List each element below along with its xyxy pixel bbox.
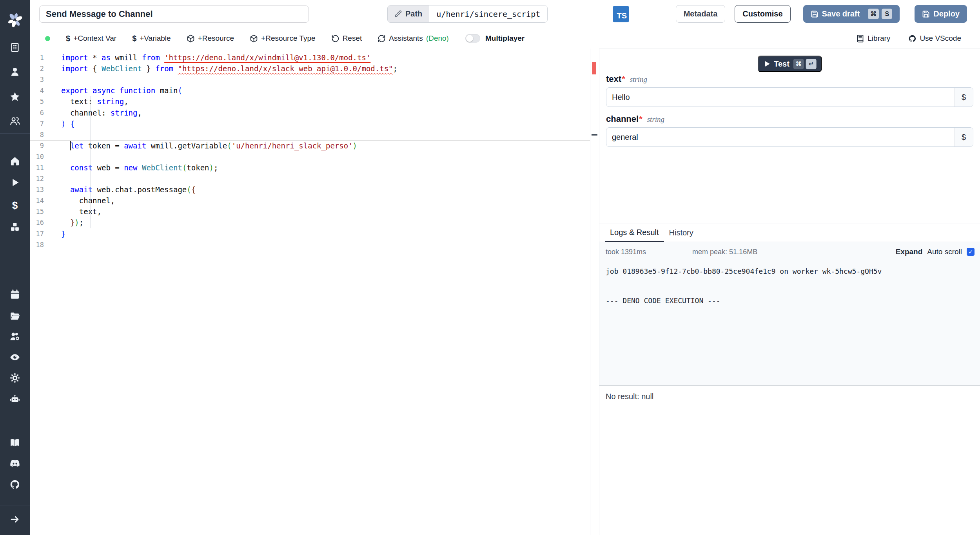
sidebar-item-book-icon[interactable] [10, 437, 20, 448]
editor-line[interactable]: 14 channel, [30, 195, 590, 206]
editor-line[interactable]: 3 [30, 74, 590, 85]
expand-button[interactable]: Expand [896, 248, 923, 256]
run-stats: took 1391ms mem peak: 51.16MB Expand Aut… [599, 242, 980, 256]
add-context-var-button[interactable]: $ +Context Var [66, 34, 116, 43]
result-divider[interactable] [599, 385, 980, 386]
sidebar-item-calendar-icon[interactable] [10, 289, 20, 300]
add-resource-button[interactable]: +Resource [187, 34, 234, 43]
reset-button[interactable]: Reset [331, 34, 362, 43]
library-label: Library [867, 34, 890, 43]
logs-section: Logs & ResultHistory took 1391ms mem pea… [599, 224, 980, 535]
sidebar-item-gear-icon[interactable] [10, 373, 20, 383]
sidebar-item-boxes-icon[interactable] [10, 222, 20, 232]
windmill-script-editor: $ Path u/henri/sincere_script TS Metadat… [0, 0, 980, 535]
line-number: 13 [30, 186, 44, 193]
code-line-text: await web.chat.postMessage({ [44, 185, 196, 194]
save-draft-label: Save draft [822, 9, 860, 18]
line-number: 3 [30, 76, 44, 83]
sidebar-item-users-cog-icon[interactable] [10, 331, 20, 342]
line-number: 7 [30, 120, 44, 128]
script-title-input[interactable] [39, 5, 309, 23]
package-icon [250, 34, 258, 43]
add-resource-type-button[interactable]: +Resource Type [250, 34, 316, 43]
use-vscode-button[interactable]: Use VScode [908, 34, 961, 43]
insert-variable-button[interactable]: $ [954, 128, 973, 146]
sidebar-item-building-icon[interactable] [10, 42, 20, 53]
sidebar-item-arrow-right-icon[interactable] [10, 514, 20, 525]
autoscroll-label: Auto scroll [927, 248, 962, 256]
metadata-button[interactable]: Metadata [676, 5, 726, 23]
test-button[interactable]: Test ⌘↵ [757, 56, 822, 72]
line-number: 8 [30, 131, 44, 139]
field-type: string [647, 115, 664, 124]
code-line-text: }); [44, 218, 83, 227]
editor-line[interactable]: 12 [30, 173, 590, 184]
editor-line[interactable]: 6 channel: string, [30, 107, 590, 118]
editor-line[interactable]: 11 const web = new WebClient(token); [30, 162, 590, 173]
add-context-var-label: +Context Var [73, 34, 116, 43]
path-value[interactable]: u/henri/sincere_script [429, 5, 547, 22]
editor-line[interactable]: 18 [30, 239, 590, 250]
sidebar-item-home-icon[interactable] [10, 156, 20, 166]
editor-line[interactable]: 4export async function main( [30, 85, 590, 96]
editor-line[interactable]: 5 text: string, [30, 96, 590, 107]
sidebar-item-users-icon[interactable] [10, 116, 20, 127]
sidebar-item-robot-icon[interactable] [10, 394, 20, 405]
insert-variable-button[interactable]: $ [954, 88, 973, 107]
line-number: 16 [30, 219, 44, 226]
customise-button[interactable]: Customise [735, 5, 790, 23]
windmill-logo-icon[interactable] [6, 11, 24, 29]
overview-ruler[interactable] [590, 49, 599, 535]
code-line-text: import * as wmill from 'https://deno.lan… [44, 53, 370, 62]
editor-line[interactable]: 15 text, [30, 206, 590, 217]
code-line-text: } [44, 230, 65, 238]
sidebar-item-play-icon[interactable] [10, 177, 20, 188]
mem-peak: mem peak: 51.16MB [692, 248, 757, 256]
reset-label: Reset [343, 34, 362, 43]
tab-logs-result[interactable]: Logs & Result [605, 224, 664, 242]
tab-history[interactable]: History [664, 224, 699, 242]
editor-line[interactable]: 10 [30, 151, 590, 162]
editor-line[interactable]: 9 let token = await wmill.getVariable('u… [30, 140, 590, 151]
package-icon [187, 34, 195, 43]
path-group: Path u/henri/sincere_script [387, 5, 548, 23]
sidebar-item-user-icon[interactable] [10, 67, 20, 77]
code-editor[interactable]: 1import * as wmill from 'https://deno.la… [30, 49, 590, 535]
log-text: job 018963e5-9f12-7cb0-bb80-25ce904fe1c9… [606, 266, 980, 305]
library-button[interactable]: Library [856, 34, 890, 43]
shortcut-key: ↵ [806, 59, 817, 69]
github-icon [908, 34, 916, 43]
editor-line[interactable]: 2import { WebClient } from "https://deno… [30, 63, 590, 74]
line-number: 14 [30, 197, 44, 204]
path-edit-button[interactable]: Path [388, 5, 429, 22]
topbar-actions: Metadata Customise Save draft ⌘S Deploy [676, 5, 967, 23]
field-label-channel: channel*string [606, 114, 664, 124]
sidebar-item-star-icon[interactable] [10, 92, 20, 102]
assistants-button[interactable]: Assistants (Deno) [377, 34, 449, 43]
multiplayer-toggle[interactable] [465, 34, 480, 43]
field-type: string [630, 75, 647, 84]
add-variable-button[interactable]: $ +Variable [132, 34, 171, 43]
sidebar-item-github-icon[interactable] [10, 479, 20, 490]
editor-line[interactable]: 13 await web.chat.postMessage({ [30, 184, 590, 195]
pencil-icon [394, 10, 402, 18]
save-draft-button[interactable]: Save draft ⌘S [803, 5, 900, 23]
sidebar-item-folder-icon[interactable] [10, 311, 20, 322]
editor-line[interactable]: 7) { [30, 118, 590, 129]
editor-line[interactable]: 8 [30, 129, 590, 140]
required-asterisk: * [622, 74, 625, 84]
sidebar-item-eye-icon[interactable] [10, 352, 20, 363]
sidebar-item-discord-icon[interactable] [10, 458, 20, 469]
editor-line[interactable]: 17} [30, 228, 590, 239]
channel-input[interactable] [606, 128, 954, 146]
editor-line[interactable]: 1import * as wmill from 'https://deno.la… [30, 52, 590, 63]
editor-line[interactable]: 16 }); [30, 217, 590, 228]
logs-tabs: Logs & ResultHistory [599, 224, 980, 242]
code-line-text: text: string, [44, 97, 129, 106]
toolbar-right: Library Use VScode [856, 34, 961, 43]
autoscroll-checkbox[interactable]: ✓ [967, 248, 975, 256]
deploy-button[interactable]: Deploy [915, 5, 967, 23]
line-number: 6 [30, 109, 44, 117]
sidebar-item-dollar-icon[interactable]: $ [10, 200, 20, 210]
text-input[interactable] [606, 88, 954, 107]
